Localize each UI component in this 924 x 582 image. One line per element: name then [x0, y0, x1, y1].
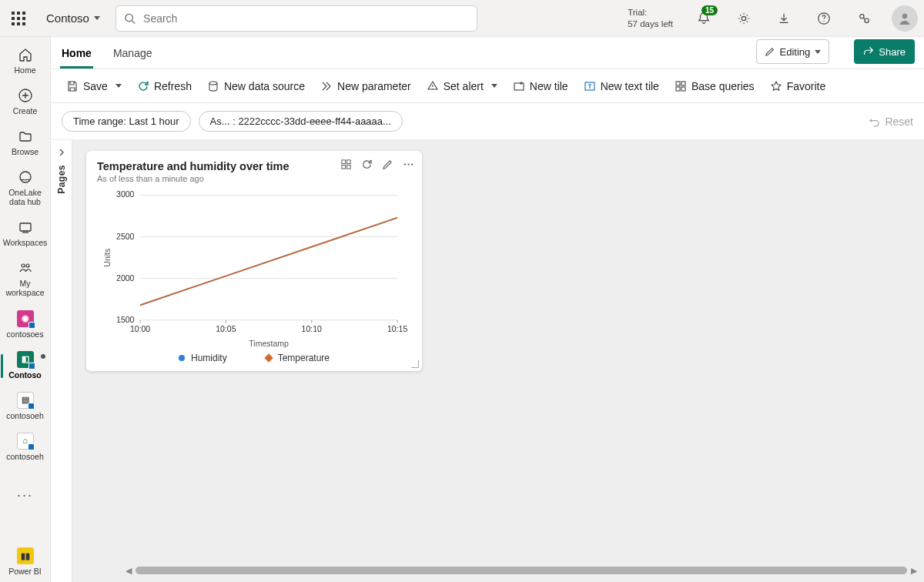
share-button[interactable]: Share: [854, 39, 915, 64]
nav-label: contosoeh: [6, 452, 43, 461]
onelake-icon: [18, 169, 33, 185]
search-box[interactable]: [116, 5, 477, 32]
nav-create[interactable]: Create: [1, 82, 50, 122]
scroll-right-arrow[interactable]: ▶: [909, 565, 919, 576]
gear-icon: [737, 12, 751, 25]
nav-more[interactable]: ···: [1, 483, 50, 510]
feedback-button[interactable]: [849, 3, 879, 34]
svg-rect-23: [346, 165, 350, 169]
tab-manage[interactable]: Manage: [112, 39, 154, 69]
chevron-down-icon: [815, 50, 821, 54]
tab-home[interactable]: Home: [60, 39, 93, 69]
app-launcher-icon[interactable]: [6, 6, 31, 31]
workspaces-icon: [18, 219, 33, 235]
reset-button[interactable]: Reset: [869, 115, 913, 128]
svg-text:2500: 2500: [116, 232, 135, 241]
svg-rect-10: [20, 223, 31, 231]
editing-label: Editing: [780, 46, 811, 58]
new-parameter-button[interactable]: New parameter: [313, 75, 419, 97]
tile-resize-handle[interactable]: [411, 360, 419, 368]
svg-point-0: [126, 14, 132, 21]
tile-edit-button[interactable]: [382, 159, 393, 170]
svg-text:2000: 2000: [116, 273, 135, 283]
expand-pages-button[interactable]: [57, 148, 66, 157]
time-range-pill[interactable]: Time range: Last 1 hour: [62, 111, 191, 132]
svg-point-6: [865, 18, 869, 22]
tile-refresh-button[interactable]: [361, 159, 373, 170]
refresh-button[interactable]: Refresh: [129, 75, 199, 97]
nav-workspaces[interactable]: Workspaces: [1, 214, 50, 253]
kql-db-icon: ▤: [17, 392, 34, 409]
alert-icon: [427, 80, 439, 92]
notifications-button[interactable]: 15: [688, 3, 719, 34]
nav-powerbi[interactable]: ▮▮ Power BI: [1, 543, 50, 582]
tile-toolbar: [340, 159, 414, 170]
svg-point-24: [404, 163, 406, 165]
help-button[interactable]: [808, 3, 839, 34]
download-button[interactable]: [768, 3, 799, 34]
help-icon: [817, 12, 831, 25]
nav-browse[interactable]: Browse: [1, 123, 50, 162]
filter-bar: Time range: Last 1 hour As... : 2222cccc…: [51, 103, 924, 140]
download-icon: [777, 12, 791, 25]
nav-home[interactable]: Home: [1, 42, 50, 81]
main-content: Home Manage Editing Share Save Refre: [51, 37, 924, 582]
tile-more-button[interactable]: [403, 159, 414, 170]
new-text-tile-button[interactable]: New text tile: [576, 75, 667, 97]
ellipsis-icon: ···: [17, 487, 33, 503]
nav-contosoes[interactable]: ◉ contosoes: [1, 306, 50, 345]
chart-tile[interactable]: Temperature and humidity over time As of…: [86, 151, 422, 371]
dashboard-canvas[interactable]: Temperature and humidity over time As of…: [72, 140, 924, 582]
svg-rect-18: [676, 87, 680, 91]
nav-onelake[interactable]: OneLake data hub: [1, 164, 50, 212]
nav-label: Contoso: [8, 370, 42, 380]
svg-text:10:15: 10:15: [387, 324, 407, 333]
scrollbar-thumb[interactable]: [136, 567, 907, 574]
set-alert-button[interactable]: Set alert: [419, 75, 505, 97]
nav-contosoeh-1[interactable]: ▤ contosoeh: [1, 387, 50, 426]
database-icon: [207, 80, 219, 92]
queries-icon: [675, 80, 687, 92]
nav-contoso[interactable]: ◧ Contoso: [1, 346, 50, 386]
humidity-marker-icon: [179, 355, 185, 361]
new-data-source-button[interactable]: New data source: [199, 75, 313, 97]
editing-mode-button[interactable]: Editing: [756, 39, 830, 64]
unsaved-dot-icon: [41, 354, 45, 359]
favorite-button[interactable]: Favorite: [762, 75, 834, 97]
svg-rect-16: [676, 82, 680, 85]
workspace-switcher[interactable]: Contoso: [40, 12, 106, 25]
trial-status: Trial: 57 days left: [628, 7, 673, 29]
dashboard-canvas-wrap: Pages Temperature and humidity over time…: [51, 140, 924, 582]
pages-rail: Pages: [51, 140, 72, 582]
search-icon: [124, 12, 136, 25]
svg-line-1: [132, 20, 135, 23]
person-icon: [897, 11, 912, 26]
temperature-marker-icon: [264, 353, 273, 362]
settings-button[interactable]: [728, 3, 759, 34]
svg-text:10:05: 10:05: [216, 324, 236, 333]
account-avatar[interactable]: [892, 5, 918, 32]
horizontal-scrollbar[interactable]: [136, 567, 907, 574]
home-icon: [18, 47, 33, 62]
tile-explore-button[interactable]: [340, 159, 352, 170]
chevron-down-icon: [116, 84, 122, 88]
my-workspace-icon: [18, 260, 33, 276]
share-label: Share: [879, 46, 906, 58]
svg-rect-22: [342, 165, 346, 169]
new-tile-button[interactable]: New tile: [505, 75, 576, 97]
svg-text:3000: 3000: [116, 189, 135, 199]
nav-label: My workspace: [1, 279, 50, 297]
page-tabs: Home Manage Editing Share: [51, 37, 924, 69]
asset-filter-pill[interactable]: As... : 2222cccc-33dd-eeee-ff44-aaaaa...: [199, 111, 403, 132]
search-input[interactable]: [142, 12, 469, 25]
toolbar: Save Refresh New data source New paramet…: [51, 69, 924, 103]
workspace-name: Contoso: [46, 12, 89, 25]
nav-my-workspace[interactable]: My workspace: [1, 255, 50, 303]
base-queries-button[interactable]: Base queries: [667, 75, 762, 97]
scroll-left-arrow[interactable]: ◀: [123, 565, 134, 576]
save-button[interactable]: Save: [59, 75, 129, 97]
nav-contosoeh-2[interactable]: ⌂ contosoeh: [1, 428, 50, 467]
undo-icon: [869, 115, 880, 127]
svg-point-7: [902, 13, 907, 18]
svg-rect-17: [681, 82, 685, 85]
